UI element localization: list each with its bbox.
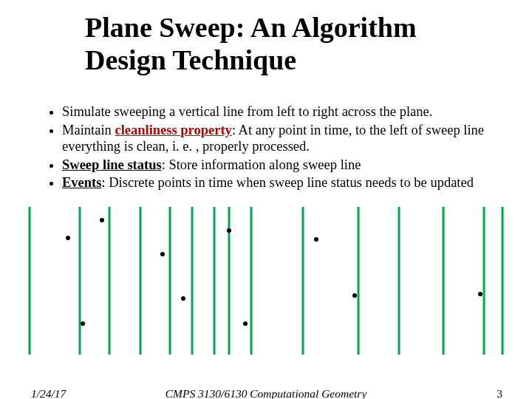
footer-course: CMPS 3130/6130 Computational Geometry [0, 387, 532, 399]
bullet-1: Simulate sweeping a vertical line from l… [62, 103, 502, 120]
footer-page-number: 3 [497, 387, 502, 399]
bullet-4-post: : Discrete points in time when sweep lin… [101, 175, 474, 190]
event-point [66, 236, 70, 240]
bullet-list: Simulate sweeping a vertical line from l… [44, 103, 502, 193]
event-point [100, 218, 104, 222]
event-point [478, 292, 482, 296]
bullet-4: Events: Discrete points in time when swe… [62, 174, 502, 191]
bullet-2-pre: Maintain [62, 123, 115, 137]
bullet-3-post: : Store information along sweep line [162, 157, 361, 172]
event-point [181, 296, 185, 301]
event-point [227, 228, 231, 233]
sweep-diagram [22, 207, 517, 355]
event-point [352, 293, 357, 298]
event-point [314, 237, 318, 242]
bullet-3: Sweep line status: Store information alo… [62, 157, 502, 174]
event-point [81, 321, 85, 326]
cleanliness-term: cleanliness property [115, 123, 231, 137]
events-term: Events [62, 175, 101, 190]
slide-title: Plane Sweep: An Algorithm Design Techniq… [85, 12, 499, 76]
sweep-status-term: Sweep line status [62, 157, 162, 172]
event-point [243, 321, 248, 326]
bullet-2: Maintain cleanliness property: At any po… [62, 122, 502, 155]
event-point [160, 252, 165, 256]
bullet-1-text: Simulate sweeping a vertical line from l… [62, 104, 432, 119]
